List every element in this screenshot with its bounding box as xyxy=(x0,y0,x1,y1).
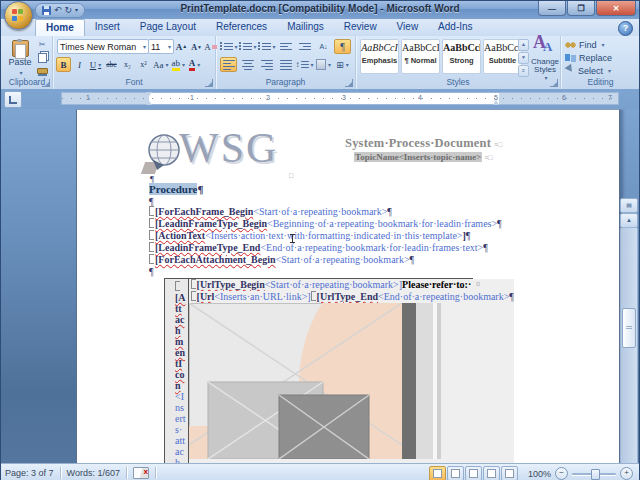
bookmark-line[interactable]: [ForEachAttachment_Begin<Start·of·a·repe… xyxy=(149,254,414,266)
style-emphasis[interactable]: AaBbCcI Emphasis xyxy=(360,39,399,74)
full-screen-reading-view-button[interactable] xyxy=(447,466,464,480)
justify-button[interactable] xyxy=(277,57,294,72)
underline-button[interactable]: U xyxy=(88,57,103,72)
bookmark-line[interactable]: [LeadinFrameType_End<End·of·a·repeating·… xyxy=(149,242,488,254)
borders-button[interactable]: ⊞ xyxy=(334,57,351,72)
bullets-button[interactable] xyxy=(220,39,237,54)
style-strong[interactable]: AaBbCcl Strong xyxy=(442,39,481,74)
tab-home[interactable]: Home xyxy=(35,19,85,37)
paste-button[interactable]: Paste xyxy=(5,38,35,78)
select-button[interactable]: Select xyxy=(565,65,612,76)
scrollbar-thumb[interactable] xyxy=(622,308,636,348)
bookmark-line[interactable]: [ActionText<Inserts·action·text·with·for… xyxy=(149,230,470,242)
tab-insert[interactable]: Insert xyxy=(85,19,130,36)
close-button[interactable]: ✕ xyxy=(596,1,636,16)
maximize-button[interactable]: ❐ xyxy=(567,1,595,16)
decrease-indent-button[interactable] xyxy=(277,39,294,54)
styles-gallery-expand-icon[interactable]: ≡ xyxy=(518,65,529,77)
empty-paragraph-mark[interactable]: ¶ xyxy=(149,266,154,277)
styles-scroll-down-icon[interactable]: ▼ xyxy=(518,52,529,64)
url-line[interactable]: [Url<Inserts·an·URL·link>][UrlType_End<E… xyxy=(189,291,514,303)
clipboard-dialog-launcher[interactable] xyxy=(42,79,50,87)
numbering-button[interactable] xyxy=(239,39,256,54)
styles-dialog-launcher[interactable] xyxy=(550,79,558,87)
style-subtitle[interactable]: AaBbCcI Subtitle xyxy=(483,39,522,74)
zoom-level[interactable]: 100% xyxy=(528,469,551,479)
tab-stop-selector[interactable] xyxy=(4,91,22,108)
font-size-select[interactable]: 11 xyxy=(148,39,174,54)
strikethrough-button[interactable]: abc xyxy=(104,57,119,72)
tab-mailings[interactable]: Mailings xyxy=(277,19,334,36)
increase-indent-icon xyxy=(299,43,311,50)
zoom-slider-handle[interactable] xyxy=(591,469,600,480)
print-layout-view-button[interactable] xyxy=(429,466,446,480)
find-button[interactable]: Find xyxy=(565,39,612,50)
zoom-slider[interactable] xyxy=(572,468,616,479)
zoom-out-button[interactable]: − xyxy=(555,467,568,480)
document-page[interactable]: WSG □ ¶ System·Process·Document ¤□ Topic… xyxy=(76,109,620,463)
horizontal-ruler[interactable]: 1 1 2 3 4 5 6 7 xyxy=(61,92,619,105)
embedded-picture-placeholder[interactable] xyxy=(189,303,441,459)
shading-button[interactable] xyxy=(315,57,332,72)
word-count[interactable]: Words: 1/607 xyxy=(67,468,120,478)
office-button[interactable] xyxy=(4,1,33,30)
font-name-select[interactable]: Times New Roman xyxy=(57,39,149,54)
proofing-errors-icon[interactable] xyxy=(133,467,149,479)
tab-view[interactable]: View xyxy=(387,19,429,36)
line-spacing-button[interactable]: ↕ xyxy=(296,57,313,72)
grow-font-button[interactable]: A▲ xyxy=(174,39,189,54)
zoom-in-button[interactable]: + xyxy=(620,467,633,480)
attachment-icon-cell[interactable]: [AttachmentIcon<Inserts·attachment·icon>… xyxy=(165,279,189,463)
cut-button[interactable]: ✂ xyxy=(35,39,49,50)
attachment-table[interactable]: [AttachmentIcon<Inserts·attachment·icon>… xyxy=(164,278,473,463)
url-cell[interactable]: [UrlType_Begin<Start·of·a·repeating·book… xyxy=(189,279,514,463)
procedure-heading[interactable]: Procedure¶ xyxy=(149,183,203,195)
replace-button[interactable]: Replace xyxy=(565,52,612,63)
change-styles-button[interactable]: AA Change Styles xyxy=(531,38,559,76)
bookmark-line[interactable]: [LeadinFrameType_Begin<Beginning·of·a·re… xyxy=(149,218,502,230)
text-cursor xyxy=(292,234,293,243)
tab-page-layout[interactable]: Page Layout xyxy=(130,19,206,36)
subscript-button[interactable]: x₂ xyxy=(120,57,135,72)
minimize-button[interactable]: — xyxy=(538,1,566,16)
url-type-begin-line[interactable]: [UrlType_Begin<Start·of·a·repeating·book… xyxy=(189,279,514,291)
format-painter-button[interactable] xyxy=(35,65,49,76)
superscript-button[interactable]: x² xyxy=(136,57,151,72)
multilevel-list-button[interactable] xyxy=(258,39,275,54)
header-title: System·Process·Document ¤□ xyxy=(345,136,502,151)
left-indent-marker[interactable] xyxy=(146,92,153,104)
font-color-button[interactable]: A xyxy=(187,57,202,72)
draft-view-button[interactable] xyxy=(501,466,518,480)
ruler-toggle-button[interactable]: ▤ xyxy=(620,198,638,213)
web-layout-view-button[interactable] xyxy=(465,466,482,480)
scroll-up-icon[interactable]: ▲ xyxy=(620,213,638,228)
right-indent-marker[interactable] xyxy=(493,97,499,105)
scrollbar-track[interactable] xyxy=(620,227,638,463)
vertical-scrollbar[interactable]: ▤ ▲ ▼ ▲ ● ▼ xyxy=(620,197,637,463)
bold-button[interactable]: B xyxy=(56,57,71,72)
page-indicator[interactable]: Page: 3 of 7 xyxy=(5,468,54,478)
align-center-button[interactable] xyxy=(239,57,256,72)
tab-add-ins[interactable]: Add-Ins xyxy=(428,19,482,36)
tab-references[interactable]: References xyxy=(206,19,277,36)
styles-scroll-up-icon[interactable]: ▲ xyxy=(518,39,529,51)
sort-button[interactable]: A↓ xyxy=(315,39,332,54)
font-dialog-launcher[interactable] xyxy=(205,79,213,87)
italic-button[interactable]: I xyxy=(72,57,87,72)
highlight-color-button[interactable]: ab xyxy=(171,57,187,72)
tab-review[interactable]: Review xyxy=(334,19,387,36)
change-case-button[interactable]: Aa xyxy=(152,57,170,72)
bookmark-line[interactable]: [ForEachFrame_Begin<Start·of·a·repeating… xyxy=(149,206,392,218)
align-right-button[interactable] xyxy=(258,57,275,72)
show-hide-pilcrow-button[interactable]: ¶ xyxy=(334,39,351,54)
help-icon[interactable]: ? xyxy=(618,21,633,36)
clipboard-group-label: Clipboard xyxy=(9,77,45,87)
font-size-value: 11 xyxy=(151,42,160,52)
align-left-button[interactable] xyxy=(220,57,237,72)
shrink-font-button[interactable]: A▼ xyxy=(189,40,204,55)
style-normal[interactable]: AaBbCcI ¶ Normal xyxy=(401,39,440,74)
paragraph-dialog-launcher[interactable] xyxy=(345,79,353,87)
copy-button[interactable] xyxy=(35,52,49,63)
outline-view-button[interactable] xyxy=(483,466,500,480)
increase-indent-button[interactable] xyxy=(296,39,313,54)
